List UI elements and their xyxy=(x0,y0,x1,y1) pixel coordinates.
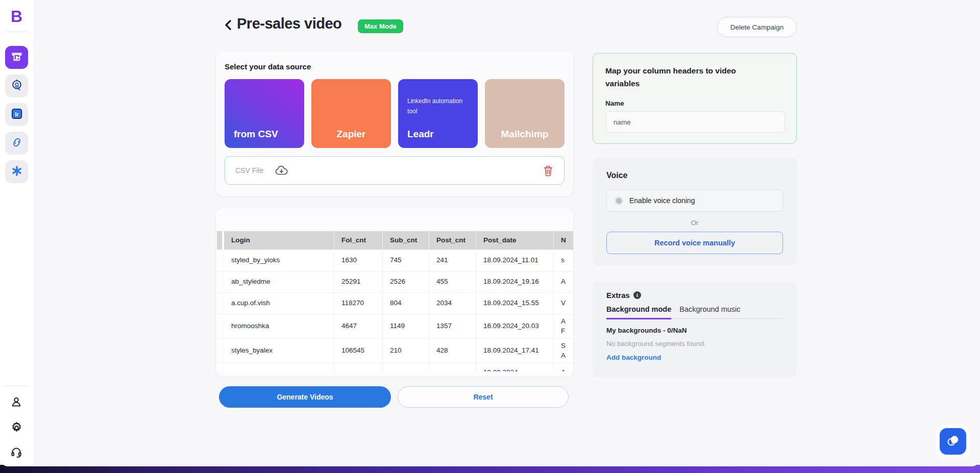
info-icon[interactable]: i xyxy=(633,291,641,299)
enable-voice-cloning-option[interactable]: Enable voice cloning xyxy=(606,189,783,212)
table-cell: 18.09.2024_11.01 xyxy=(476,250,554,271)
table-header-cell: Login xyxy=(224,231,334,250)
table-row: ............18.09.2024_..A xyxy=(217,363,573,371)
back-chevron-icon xyxy=(224,19,232,33)
table-cell: A F xyxy=(554,314,573,339)
tile-subtitle: LinkedIn automation tool xyxy=(407,96,463,117)
chat-button[interactable] xyxy=(940,428,966,455)
name-field-label: Name xyxy=(605,99,624,107)
max-mode-badge: Max Mode xyxy=(358,19,403,33)
table-cell-clipped xyxy=(217,339,222,363)
table-cell-clipped xyxy=(217,363,222,371)
source-tile-zapier[interactable]: Zapier xyxy=(311,79,391,148)
sidebar-item-integrations[interactable] xyxy=(5,132,28,155)
snowflake-icon xyxy=(10,164,23,180)
table-cell: 455 xyxy=(429,271,476,293)
extras-card: Extras i Background mode Background musi… xyxy=(593,282,797,378)
table-cell: 241 xyxy=(429,250,476,271)
tile-label: from CSV xyxy=(234,129,278,140)
cloud-upload-icon xyxy=(275,165,288,176)
table-cell: s xyxy=(554,250,573,271)
table-cell: 428 xyxy=(429,339,476,363)
link-icon xyxy=(10,136,23,151)
radio-icon[interactable] xyxy=(615,196,623,205)
table-cell: A xyxy=(554,363,573,371)
app-root: B xyxy=(0,0,980,473)
table-cell: 804 xyxy=(383,293,429,314)
person-icon xyxy=(10,395,23,411)
table-cell: ... xyxy=(383,363,429,371)
sidebar-item-automation[interactable] xyxy=(5,160,28,183)
brand-logo[interactable]: B xyxy=(0,7,33,26)
sidebar-item-settings[interactable] xyxy=(7,419,26,438)
webcam-icon xyxy=(10,79,23,94)
table-header-cell: Fol_cnt xyxy=(334,231,383,250)
csv-file-upload[interactable]: CSV File xyxy=(225,156,565,185)
table-cell: 18.09.2024_19.16 xyxy=(476,271,554,293)
sidebar-item-support[interactable] xyxy=(7,444,26,462)
reset-button[interactable]: Reset xyxy=(398,386,569,408)
table-body: styled_by_yioks163074524118.09.2024_11.0… xyxy=(217,250,573,371)
extras-title: Extras xyxy=(606,291,630,300)
table-header-cell: Post_cnt xyxy=(429,231,476,250)
headset-icon xyxy=(10,445,23,461)
record-voice-button[interactable]: Record voice manually xyxy=(606,232,783,254)
table-header-cell: N xyxy=(554,231,573,250)
table-cell: V xyxy=(554,293,573,314)
sidebar-bottom-divider xyxy=(5,386,28,386)
table-cell: hromooshka xyxy=(224,314,334,339)
table-cell: 16.09.2024_20.03 xyxy=(476,314,554,339)
delete-file-icon[interactable] xyxy=(542,164,555,178)
table-cell-clipped xyxy=(217,293,222,314)
source-tile-mailchimp[interactable]: Mailchimp xyxy=(485,79,565,148)
tab-background-mode[interactable]: Background mode xyxy=(606,305,671,319)
table-cell: 1630 xyxy=(334,250,383,271)
sidebar-item-account[interactable] xyxy=(7,394,26,412)
table-cell: styled_by_yioks xyxy=(224,250,334,271)
table-cell: 106545 xyxy=(334,339,383,363)
gear-icon xyxy=(10,421,23,437)
table-cell: 1357 xyxy=(429,314,476,339)
table-header-row: Login Fol_cnt Sub_cnt Post_cnt Post_date… xyxy=(217,231,573,250)
source-tile-csv[interactable]: from CSV xyxy=(225,79,304,148)
table-cell: 2526 xyxy=(383,271,429,293)
table-cell: A xyxy=(554,271,573,293)
chat-bubbles-icon xyxy=(945,433,961,450)
tile-label: Zapier xyxy=(311,129,391,140)
back-button[interactable] xyxy=(221,17,235,35)
sidebar-item-recorder[interactable] xyxy=(5,74,28,97)
lr-icon: Ir xyxy=(10,107,23,122)
table-row: hromooshka46471149135716.09.2024_20.03A … xyxy=(217,314,573,339)
table-cell: 18.09.2024_.. xyxy=(476,363,554,371)
source-tile-leadr[interactable]: LinkedIn automation tool Leadr xyxy=(398,79,478,148)
column-mapping-card: Map your column headers to video variabl… xyxy=(593,53,797,144)
name-field-input[interactable] xyxy=(605,111,785,133)
csv-file-label: CSV File xyxy=(235,166,263,175)
table-cell-clipped xyxy=(217,271,222,293)
sidebar-divider xyxy=(5,32,28,32)
data-preview-card: Login Fol_cnt Sub_cnt Post_cnt Post_date… xyxy=(216,208,573,377)
delete-campaign-button[interactable]: Delete Campaign xyxy=(717,17,797,37)
table-cell: 2034 xyxy=(429,293,476,314)
data-source-title: Select your data source xyxy=(225,62,311,71)
voice-option-label: Enable voice cloning xyxy=(629,196,695,205)
main-shell: B xyxy=(0,0,980,466)
sidebar-item-campaigns[interactable] xyxy=(5,46,28,69)
data-table: Login Fol_cnt Sub_cnt Post_cnt Post_date… xyxy=(217,231,573,371)
table-cell: styles_byalex xyxy=(224,339,334,363)
page-title: Pre-sales video xyxy=(237,15,341,32)
table-cell: 1149 xyxy=(383,314,429,339)
table-row: ab_styledme25291252645518.09.2024_19.16A xyxy=(217,271,573,293)
voice-title: Voice xyxy=(606,171,628,180)
table-row: styled_by_yioks163074524118.09.2024_11.0… xyxy=(217,250,573,271)
table-cell: 745 xyxy=(383,250,429,271)
table-cell: 18.09.2024_15.55 xyxy=(476,293,554,314)
table-cell: 18.09.2024_17.41 xyxy=(476,339,554,363)
tab-background-music[interactable]: Background music xyxy=(679,305,740,318)
table-cell: 118270 xyxy=(334,293,383,314)
sidebar-item-lr[interactable]: Ir xyxy=(5,103,28,126)
table-cell: a.cup.of.vish xyxy=(224,293,334,314)
add-background-link[interactable]: Add background xyxy=(606,354,661,361)
generate-videos-button[interactable]: Generate Videos xyxy=(219,386,391,408)
table-header-cell-clipped xyxy=(217,231,222,250)
